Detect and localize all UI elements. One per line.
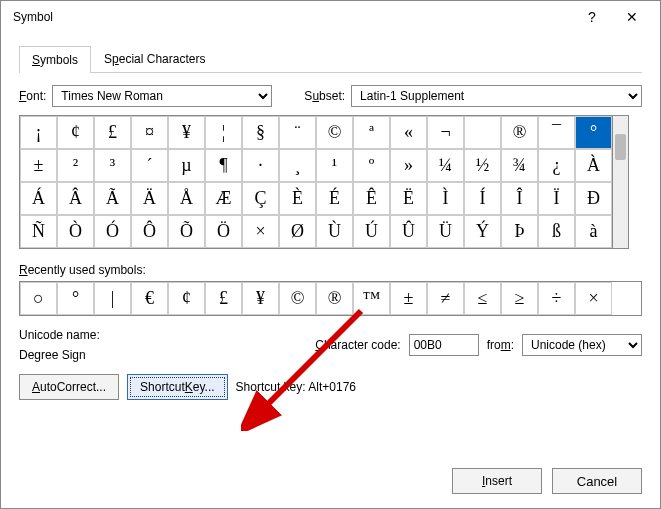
recently-used-label: Recently used symbols: — [19, 263, 642, 277]
symbol-cell[interactable]: Ü — [427, 215, 464, 248]
symbol-cell[interactable]: Ô — [131, 215, 168, 248]
cancel-button[interactable]: Cancel — [552, 468, 642, 494]
symbol-cell[interactable]: Ù — [316, 215, 353, 248]
tab-special-characters[interactable]: Special Characters — [91, 45, 218, 72]
symbol-cell[interactable]: ³ — [94, 149, 131, 182]
symbol-cell[interactable]: à — [575, 215, 612, 248]
symbol-cell[interactable]: ª — [353, 116, 390, 149]
symbol-cell[interactable]: È — [279, 182, 316, 215]
symbol-grid[interactable]: ¡¢£¤¥¦§¨©ª«¬­®¯°±²³´µ¶·¸¹º»¼½¾¿ÀÁÂÃÄÅÆÇÈ… — [19, 115, 613, 249]
symbol-cell[interactable]: ¯ — [538, 116, 575, 149]
recent-symbol-cell[interactable]: ± — [390, 282, 427, 315]
symbol-cell[interactable]: ß — [538, 215, 575, 248]
autocorrect-button[interactable]: AutoCorrect... — [19, 374, 119, 400]
recent-symbol-cell[interactable]: ° — [57, 282, 94, 315]
symbol-cell[interactable]: © — [316, 116, 353, 149]
symbol-cell[interactable]: ¡ — [20, 116, 57, 149]
close-button[interactable]: ✕ — [612, 3, 652, 31]
recent-symbol-cell[interactable]: © — [279, 282, 316, 315]
recent-symbol-cell[interactable]: ® — [316, 282, 353, 315]
symbol-cell[interactable]: Ì — [427, 182, 464, 215]
symbol-cell[interactable]: ¢ — [57, 116, 94, 149]
symbol-cell[interactable]: Õ — [168, 215, 205, 248]
symbol-cell[interactable]: Ä — [131, 182, 168, 215]
symbol-cell[interactable]: Á — [20, 182, 57, 215]
scrollbar-thumb[interactable] — [615, 134, 626, 160]
symbol-cell[interactable]: Ï — [538, 182, 575, 215]
symbol-cell[interactable]: § — [242, 116, 279, 149]
symbol-cell[interactable]: ² — [57, 149, 94, 182]
symbol-cell[interactable]: Ø — [279, 215, 316, 248]
shortcut-key-button[interactable]: Shortcut Key... — [127, 374, 228, 400]
symbol-cell[interactable]: Ë — [390, 182, 427, 215]
symbol-cell[interactable]: ® — [501, 116, 538, 149]
symbol-cell[interactable]: ¦ — [205, 116, 242, 149]
symbol-cell[interactable]: × — [242, 215, 279, 248]
recent-symbol-cell[interactable]: ¥ — [242, 282, 279, 315]
recent-symbol-cell[interactable]: ≤ — [464, 282, 501, 315]
font-select[interactable]: Times New Roman — [52, 85, 272, 107]
symbol-cell[interactable]: ¤ — [131, 116, 168, 149]
recent-symbols-grid[interactable]: ○°|€¢£¥©®™±≠≤≥÷× — [19, 281, 642, 316]
symbol-cell[interactable]: Æ — [205, 182, 242, 215]
recent-symbol-cell[interactable]: £ — [205, 282, 242, 315]
recent-symbol-cell[interactable]: ÷ — [538, 282, 575, 315]
from-label: from: — [487, 338, 514, 352]
recent-symbol-cell[interactable]: × — [575, 282, 612, 315]
insert-button[interactable]: Insert — [452, 468, 542, 494]
symbol-cell[interactable]: º — [353, 149, 390, 182]
symbol-cell[interactable]: Î — [501, 182, 538, 215]
symbol-cell[interactable]: ¼ — [427, 149, 464, 182]
symbol-cell[interactable]: ¸ — [279, 149, 316, 182]
unicode-name-value: Degree Sign — [19, 348, 219, 362]
symbol-cell[interactable]: « — [390, 116, 427, 149]
symbol-cell[interactable]: Ê — [353, 182, 390, 215]
recent-symbol-cell[interactable]: ™ — [353, 282, 390, 315]
symbol-cell[interactable]: Ñ — [20, 215, 57, 248]
symbol-cell[interactable]: · — [242, 149, 279, 182]
symbol-cell[interactable]: µ — [168, 149, 205, 182]
symbol-cell[interactable]: ± — [20, 149, 57, 182]
symbol-cell[interactable]: Ú — [353, 215, 390, 248]
symbol-cell[interactable]: ­ — [464, 116, 501, 149]
subset-select[interactable]: Latin-1 Supplement — [351, 85, 642, 107]
recent-symbol-cell[interactable]: ≥ — [501, 282, 538, 315]
help-button[interactable]: ? — [572, 3, 612, 31]
symbol-cell[interactable]: É — [316, 182, 353, 215]
recent-symbol-cell[interactable]: ¢ — [168, 282, 205, 315]
recent-symbol-cell[interactable]: € — [131, 282, 168, 315]
symbol-cell[interactable]: Ý — [464, 215, 501, 248]
recent-symbol-cell[interactable]: ≠ — [427, 282, 464, 315]
symbol-cell[interactable]: Ç — [242, 182, 279, 215]
symbol-cell[interactable]: ½ — [464, 149, 501, 182]
symbol-cell[interactable]: ¥ — [168, 116, 205, 149]
symbol-cell[interactable]: Ö — [205, 215, 242, 248]
character-code-input[interactable] — [409, 334, 479, 356]
recent-symbol-cell[interactable]: | — [94, 282, 131, 315]
symbol-cell[interactable]: À — [575, 149, 612, 182]
symbol-cell[interactable]: ¬ — [427, 116, 464, 149]
symbol-cell[interactable]: Ò — [57, 215, 94, 248]
symbol-cell[interactable]: Ð — [575, 182, 612, 215]
symbol-cell[interactable]: Â — [57, 182, 94, 215]
symbol-cell[interactable]: Å — [168, 182, 205, 215]
symbol-cell[interactable]: Í — [464, 182, 501, 215]
symbol-cell[interactable]: ¹ — [316, 149, 353, 182]
titlebar: Symbol ? ✕ — [1, 1, 660, 33]
recent-symbol-cell[interactable]: ○ — [20, 282, 57, 315]
symbol-cell[interactable]: Ã — [94, 182, 131, 215]
symbol-cell[interactable]: Û — [390, 215, 427, 248]
symbol-cell[interactable]: ° — [575, 116, 612, 149]
symbol-cell[interactable]: ´ — [131, 149, 168, 182]
symbol-cell[interactable]: ¾ — [501, 149, 538, 182]
symbol-cell[interactable]: Ó — [94, 215, 131, 248]
symbol-cell[interactable]: ¶ — [205, 149, 242, 182]
symbol-cell[interactable]: £ — [94, 116, 131, 149]
grid-scrollbar[interactable] — [613, 115, 629, 249]
from-select[interactable]: Unicode (hex) — [522, 334, 642, 356]
symbol-cell[interactable]: Þ — [501, 215, 538, 248]
tab-symbols[interactable]: Symbols — [19, 46, 91, 73]
symbol-cell[interactable]: ¨ — [279, 116, 316, 149]
symbol-cell[interactable]: ¿ — [538, 149, 575, 182]
symbol-cell[interactable]: » — [390, 149, 427, 182]
